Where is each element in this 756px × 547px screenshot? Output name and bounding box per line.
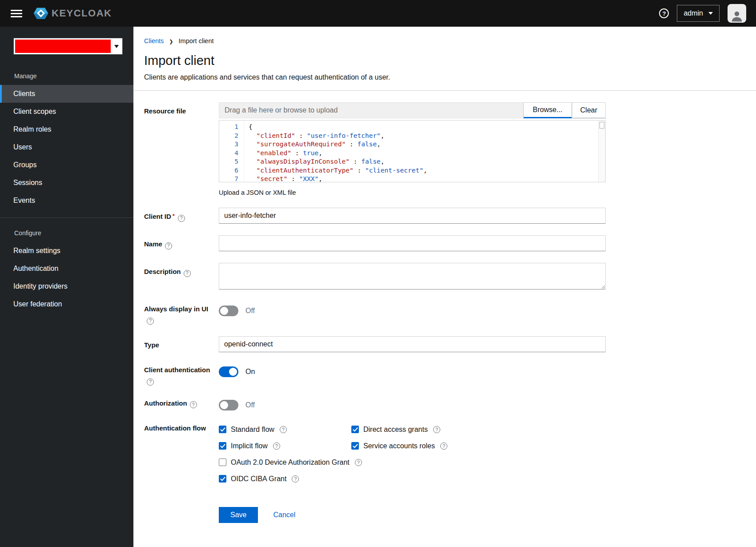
sidebar: Manage Clients Client scopes Realm roles… <box>0 27 133 547</box>
cancel-button[interactable]: Cancel <box>273 511 295 519</box>
checkbox-direct-access-grants: Direct access grants <box>351 426 606 434</box>
checkbox-oidc-ciba-grant: OIDC CIBA Grant <box>219 475 606 483</box>
help-icon[interactable] <box>440 442 447 450</box>
brand-text: KEYCLOAK <box>52 8 112 19</box>
authorization-label-text: Authorization <box>144 399 187 407</box>
checkbox[interactable] <box>219 475 226 483</box>
client-authentication-label-text: Client authentication <box>144 366 210 374</box>
clear-button[interactable]: Clear <box>572 102 606 118</box>
page-title: Import client <box>144 53 745 68</box>
user-menu-dropdown[interactable]: admin <box>677 5 720 22</box>
keycloak-logo[interactable]: KEYCLOAK <box>33 5 112 21</box>
sidebar-item-clients[interactable]: Clients <box>0 85 133 103</box>
breadcrumb-clients-link[interactable]: Clients <box>144 37 164 44</box>
code-editor-scrollbar[interactable] <box>598 121 605 182</box>
chevron-down-icon <box>114 45 119 48</box>
checkbox-label: OAuth 2.0 Device Authorization Grant <box>231 459 350 467</box>
sidebar-section-configure: Configure <box>0 218 133 242</box>
help-icon[interactable] <box>433 426 440 433</box>
sidebar-item-realm-settings[interactable]: Realm settings <box>0 242 133 260</box>
help-icon[interactable] <box>178 215 185 222</box>
toggle-switch[interactable] <box>219 306 238 316</box>
help-icon[interactable] <box>147 378 154 386</box>
help-icon[interactable] <box>292 475 299 483</box>
checkbox-oauth-device-grant: OAuth 2.0 Device Authorization Grant <box>219 459 606 467</box>
checkbox[interactable] <box>219 459 226 466</box>
client-authentication-toggle: On <box>219 364 606 377</box>
help-icon[interactable] <box>273 442 280 450</box>
authorization-toggle: Off <box>219 397 606 410</box>
name-input[interactable] <box>219 235 606 251</box>
sidebar-item-identity-providers[interactable]: Identity providers <box>0 278 133 295</box>
help-icon[interactable] <box>355 459 362 466</box>
toggle-state-label: On <box>245 368 255 376</box>
sidebar-item-sessions[interactable]: Sessions <box>0 174 133 192</box>
scrollbar-thumb[interactable] <box>599 122 604 129</box>
code-line-numbers: 1234567 <box>219 121 244 182</box>
avatar[interactable] <box>728 4 746 23</box>
resource-file-code-editor[interactable]: 1234567 { "clientId" : "user-info-fetche… <box>219 120 606 182</box>
help-icon[interactable] <box>165 242 172 249</box>
checkbox[interactable] <box>351 442 359 450</box>
checkbox-label: Service accounts roles <box>363 442 435 450</box>
type-label: Type <box>144 336 219 352</box>
checkbox-label: Standard flow <box>231 426 274 434</box>
resource-file-input[interactable] <box>219 102 523 118</box>
breadcrumb-current: Import client <box>179 37 214 44</box>
upload-helper-text: Upload a JSON or XML file <box>219 189 606 196</box>
sidebar-item-events[interactable]: Events <box>0 192 133 209</box>
description-label-text: Description <box>144 268 181 275</box>
sidebar-item-groups[interactable]: Groups <box>0 156 133 174</box>
name-label-text: Name <box>144 240 162 248</box>
sidebar-item-authentication[interactable]: Authentication <box>0 260 133 278</box>
client-id-label: Client ID* <box>144 208 219 224</box>
help-icon[interactable] <box>147 318 154 325</box>
chevron-down-icon <box>708 12 713 15</box>
toggle-switch[interactable] <box>219 366 238 377</box>
breadcrumb: Clients Import client <box>144 37 745 44</box>
hamburger-menu-icon[interactable] <box>11 7 22 20</box>
page-subtitle: Clients are applications and services th… <box>144 73 745 81</box>
checkbox[interactable] <box>219 426 226 433</box>
realm-selector-dropdown[interactable] <box>13 38 123 55</box>
sidebar-item-realm-roles[interactable]: Realm roles <box>0 121 133 138</box>
description-textarea[interactable] <box>219 263 606 290</box>
sidebar-item-user-federation[interactable]: User federation <box>0 295 133 313</box>
breadcrumb-separator-icon <box>169 37 173 44</box>
checkbox[interactable] <box>351 426 359 433</box>
help-icon[interactable] <box>184 270 191 277</box>
client-authentication-label: Client authentication <box>144 364 219 386</box>
keycloak-admin-console: KEYCLOAK admin Manage C <box>0 0 756 547</box>
always-display-toggle: Off <box>219 303 606 316</box>
always-display-label-text: Always display in UI <box>144 305 208 313</box>
toggle-state-label: Off <box>245 307 255 315</box>
main-content: Clients Import client Import client Clie… <box>133 27 756 547</box>
type-input[interactable] <box>219 336 606 352</box>
help-icon[interactable] <box>190 401 197 408</box>
browse-button[interactable]: Browse... <box>523 102 572 118</box>
checkbox-label: OIDC CIBA Grant <box>231 475 286 483</box>
toggle-state-label: Off <box>245 401 255 409</box>
checkbox[interactable] <box>219 442 226 450</box>
authentication-flow-options: Standard flow Direct access grants Impli… <box>219 422 606 483</box>
toggle-switch[interactable] <box>219 400 238 410</box>
authentication-flow-label: Authentication flow <box>144 422 219 483</box>
import-client-form: Resource file Browse... Clear 1234567 { … <box>133 91 756 536</box>
checkbox-implicit-flow: Implicit flow <box>219 442 351 450</box>
sidebar-item-users[interactable]: Users <box>0 138 133 156</box>
sidebar-item-client-scopes[interactable]: Client scopes <box>0 103 133 121</box>
authorization-label: Authorization <box>144 397 219 410</box>
client-id-input[interactable] <box>219 208 606 224</box>
checkbox-label: Implicit flow <box>231 442 268 450</box>
help-circle-icon[interactable] <box>659 8 669 18</box>
checkbox-service-accounts-roles: Service accounts roles <box>351 442 606 450</box>
client-id-label-text: Client ID <box>144 213 171 220</box>
help-icon[interactable] <box>280 426 287 433</box>
user-menu-label: admin <box>684 9 703 17</box>
keycloak-logo-icon <box>33 5 49 21</box>
required-asterisk: * <box>173 213 175 219</box>
code-content[interactable]: { "clientId" : "user-info-fetcher", "sur… <box>244 121 605 182</box>
always-display-label: Always display in UI <box>144 303 219 325</box>
type-label-text: Type <box>144 341 159 349</box>
save-button[interactable]: Save <box>219 507 258 523</box>
